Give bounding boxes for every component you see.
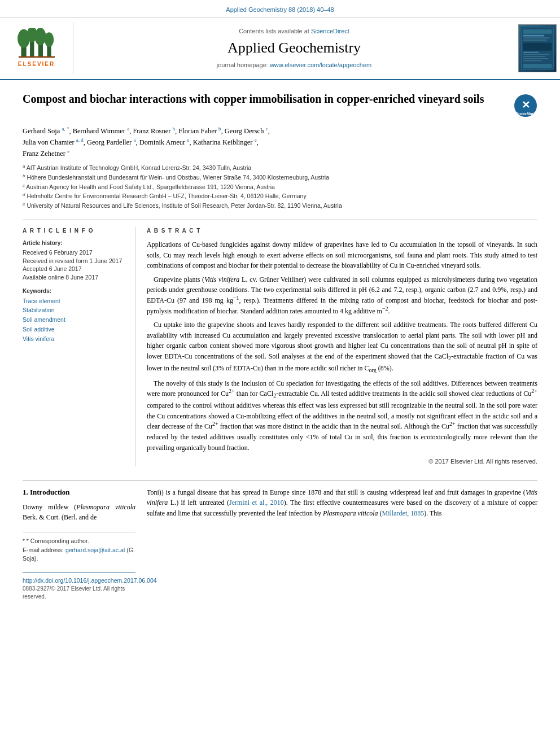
affil-d: d Helmholtz Centre for Environmental Res… bbox=[23, 192, 537, 201]
abstract-col: A B S T R A C T Applications of Cu-based… bbox=[147, 227, 537, 466]
page-wrapper: Applied Geochemistry 88 (2018) 40–48 bbox=[0, 0, 560, 747]
svg-rect-17 bbox=[523, 54, 550, 55]
introduction-section: 1. Introduction Downy mildew (Plasmopara… bbox=[23, 480, 537, 601]
history-label: Article history: bbox=[23, 239, 127, 247]
contents-line: Contents lists available at ScienceDirec… bbox=[239, 27, 349, 36]
svg-rect-13 bbox=[523, 37, 550, 38]
svg-text:✕: ✕ bbox=[522, 99, 530, 111]
intro-two-col: 1. Introduction Downy mildew (Plasmopara… bbox=[23, 487, 537, 601]
affil-a: a AIT Austrian Institute of Technology G… bbox=[23, 164, 537, 173]
article-title-text: Compost and biochar interactions with co… bbox=[23, 91, 514, 106]
jermini-ref[interactable]: Jermini et al., 2010 bbox=[229, 499, 284, 506]
intro-left-text: Downy mildew (Plasmopara viticola Berk. … bbox=[23, 502, 135, 523]
affiliations-block: a AIT Austrian Institute of Technology G… bbox=[23, 164, 537, 211]
journal-main-title: Applied Geochemistry bbox=[228, 38, 361, 58]
keyword-vitis-vinifera[interactable]: Vitis vinifera bbox=[23, 334, 127, 344]
issn-line: 0883-2927/© 2017 Elsevier Ltd. All right… bbox=[23, 585, 135, 601]
svg-rect-14 bbox=[523, 40, 547, 41]
svg-rect-11 bbox=[523, 29, 552, 34]
keyword-stabilization[interactable]: Stabilization bbox=[23, 305, 127, 315]
available-online: Available online 8 June 2017 bbox=[23, 273, 127, 282]
homepage-link[interactable]: www.elsevier.com/locate/apgeochem bbox=[270, 62, 371, 68]
received-revised: Received in revised form 1 June 2017 bbox=[23, 257, 127, 265]
intro-right-text: Toni)) is a fungal disease that has spre… bbox=[147, 487, 537, 519]
copyright-line: © 2017 Elsevier Ltd. All rights reserved… bbox=[147, 457, 537, 466]
affil-e: e University of Natural Resources and Li… bbox=[23, 202, 537, 211]
article-info-col: A R T I C L E I N F O Article history: R… bbox=[23, 227, 135, 466]
keyword-soil-additive[interactable]: Soil additive bbox=[23, 325, 127, 334]
affil-c: c Austrian Agency for Health and Food Sa… bbox=[23, 183, 537, 192]
svg-point-5 bbox=[34, 28, 46, 45]
info-abstract-section: A R T I C L E I N F O Article history: R… bbox=[23, 220, 537, 466]
intro-left-col: 1. Introduction Downy mildew (Plasmopara… bbox=[23, 487, 135, 601]
elsevier-label: ELSEVIER bbox=[18, 60, 55, 68]
svg-point-7 bbox=[44, 33, 54, 47]
article-title-block: Compost and biochar interactions with co… bbox=[23, 91, 537, 117]
abstract-para-3: Cu uptake into the grapevine shoots and … bbox=[147, 320, 537, 375]
article-info-header: A R T I C L E I N F O bbox=[23, 227, 127, 235]
bottom-bar: http://dx.doi.org/10.1016/j.apgeochem.20… bbox=[23, 573, 135, 601]
footnotes-section: * * Corresponding author. E-mail address… bbox=[23, 532, 135, 563]
journal-cover-image bbox=[518, 24, 557, 72]
svg-rect-12 bbox=[523, 34, 545, 36]
journal-header-left: ELSEVIER bbox=[0, 22, 73, 75]
abstract-text: Applications of Cu-based fungicides agai… bbox=[147, 239, 537, 453]
svg-rect-19 bbox=[523, 58, 549, 59]
svg-rect-16 bbox=[523, 51, 539, 53]
keywords-label: Keywords: bbox=[23, 287, 127, 295]
svg-text:CrossMark: CrossMark bbox=[515, 112, 536, 116]
journal-header-right bbox=[515, 22, 560, 75]
sciencedirect-link[interactable]: ScienceDirect bbox=[311, 28, 349, 34]
svg-rect-20 bbox=[523, 60, 542, 61]
journal-ref: Applied Geochemistry 88 (2018) 40–48 bbox=[226, 6, 334, 13]
keyword-soil-amendment[interactable]: Soil amendment bbox=[23, 315, 127, 325]
abstract-para-2: Grapevine plants (Vitis vinifera L. cv. … bbox=[147, 274, 537, 316]
keyword-trace-element[interactable]: Trace element bbox=[23, 296, 127, 306]
accepted-date: Accepted 6 June 2017 bbox=[23, 265, 127, 273]
intro-right-col: Toni)) is a fungal disease that has spre… bbox=[147, 487, 537, 601]
doi-link[interactable]: http://dx.doi.org/10.1016/j.apgeochem.20… bbox=[23, 576, 135, 585]
article-content: Compost and biochar interactions with co… bbox=[0, 80, 560, 612]
svg-rect-8 bbox=[18, 56, 54, 58]
crossmark-icon[interactable]: ✕ CrossMark bbox=[514, 94, 537, 117]
keywords-section: Keywords: Trace element Stabilization So… bbox=[23, 287, 127, 344]
svg-rect-15 bbox=[523, 42, 552, 50]
abstract-para-4: The novelty of this study is the inclusi… bbox=[147, 378, 537, 453]
journal-header-center: Contents lists available at ScienceDirec… bbox=[73, 22, 515, 75]
affil-b: b Höhere Bundeslehranstalt und Bundesamt… bbox=[23, 173, 537, 182]
svg-rect-21 bbox=[523, 64, 552, 68]
svg-rect-18 bbox=[523, 56, 545, 57]
email-note: E-mail address: gerhard.soja@ait.ac.at (… bbox=[23, 546, 135, 564]
elsevier-tree-icon bbox=[17, 28, 56, 59]
section-title: 1. Introduction bbox=[23, 487, 135, 497]
abstract-header: A B S T R A C T bbox=[147, 227, 537, 235]
authors-block: Gerhard Soja a, *, Bernhard Wimmer a, Fr… bbox=[23, 125, 537, 159]
received-date: Received 6 February 2017 bbox=[23, 248, 127, 257]
top-bar: Applied Geochemistry 88 (2018) 40–48 bbox=[0, 0, 560, 18]
corresponding-author-note: * * Corresponding author. bbox=[23, 537, 135, 546]
elsevier-logo: ELSEVIER bbox=[17, 28, 56, 68]
journal-header: ELSEVIER Contents lists available at Sci… bbox=[0, 18, 560, 80]
millardet-ref[interactable]: Millardet, 1885 bbox=[382, 509, 425, 517]
email-link[interactable]: gerhard.soja@ait.ac.at bbox=[65, 547, 125, 553]
journal-homepage: journal homepage: www.elsevier.com/locat… bbox=[217, 61, 372, 69]
abstract-para-1: Applications of Cu-based fungicides agai… bbox=[147, 239, 537, 271]
